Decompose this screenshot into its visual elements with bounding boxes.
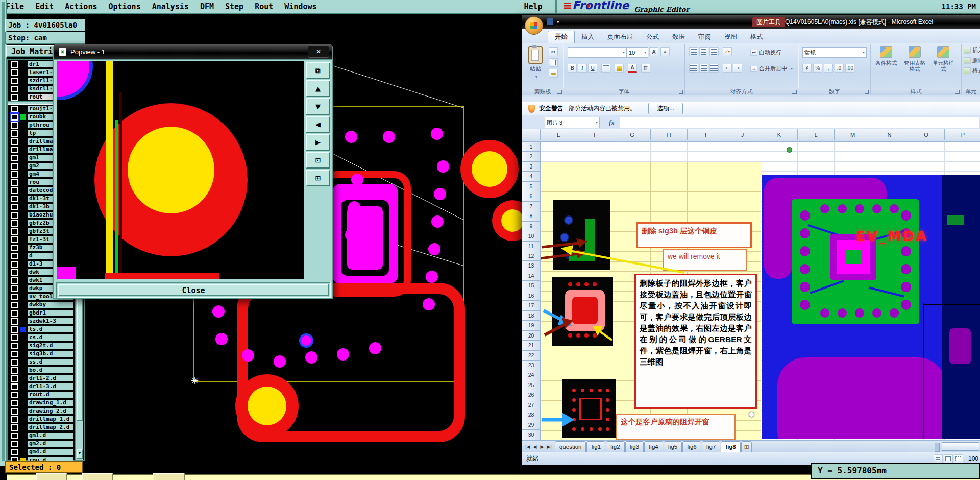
note-box-4[interactable]: 这个是客户原稿的阻焊开窗 — [616, 414, 736, 440]
number-format-icon[interactable]: , — [824, 64, 833, 73]
layer-visibility-checkbox[interactable] — [11, 449, 18, 455]
layer-visibility-checkbox[interactable] — [11, 155, 18, 161]
popview-close-button[interactable]: ✕ — [308, 45, 329, 58]
layer-row[interactable]: gm4.d — [8, 448, 84, 456]
column-header[interactable]: H — [651, 129, 688, 140]
phonetic-icon[interactable]: 拼 — [641, 64, 650, 73]
row-header[interactable]: 9 — [522, 222, 540, 231]
bottom-toolbar-stub[interactable] — [36, 473, 67, 480]
layer-visibility-checkbox[interactable] — [11, 351, 18, 357]
cells-button[interactable]: 删除 — [964, 57, 980, 64]
gerber-picture[interactable]: EV_MDA — [762, 175, 980, 439]
column-header[interactable]: G — [614, 129, 651, 140]
layer-visibility-checkbox[interactable] — [11, 228, 18, 235]
layer-row[interactable]: ts.d — [8, 325, 84, 333]
sheet-tab[interactable]: question — [555, 441, 586, 452]
layer-row[interactable]: gm1.d — [8, 431, 84, 440]
row-header[interactable]: 15 — [522, 281, 540, 291]
shrink-font-icon[interactable]: A — [660, 47, 670, 56]
layer-visibility-checkbox[interactable] — [11, 253, 18, 259]
layer-visibility-checkbox[interactable] — [11, 236, 18, 243]
layer-name[interactable]: drl1-3.d — [28, 383, 74, 390]
row-header[interactable]: 17 — [522, 301, 540, 310]
column-header[interactable]: E — [541, 129, 577, 140]
menu-item[interactable]: DFM — [200, 2, 214, 11]
fx-icon[interactable]: fx — [609, 118, 615, 127]
style-button[interactable]: 单元格样式 — [930, 46, 957, 72]
pcb-image-3[interactable] — [562, 379, 616, 438]
office-button[interactable] — [525, 16, 543, 35]
column-header[interactable]: O — [908, 129, 945, 140]
grid-area[interactable]: 1234567891011121314151617181920212223242… — [522, 142, 980, 440]
ribbon-tab[interactable]: 视图 — [718, 31, 744, 43]
menu-item[interactable]: Edit — [35, 2, 54, 11]
note-box-1[interactable]: 删除 sig3b 层这个铜皮 — [636, 222, 752, 248]
layer-visibility-checkbox[interactable] — [11, 424, 18, 431]
layer-row[interactable]: gm2.d — [8, 440, 84, 448]
layer-visibility-checkbox[interactable] — [11, 416, 18, 423]
menu-item[interactable]: Step — [225, 2, 243, 11]
align-bottom-icon[interactable] — [709, 47, 719, 56]
row-header[interactable]: 29 — [522, 420, 540, 430]
layer-visibility-checkbox[interactable] — [11, 171, 18, 178]
row-header[interactable]: 18 — [522, 311, 540, 321]
layer-visibility-checkbox[interactable] — [11, 408, 18, 415]
row-header[interactable]: 20 — [522, 331, 540, 341]
column-header[interactable]: M — [835, 129, 871, 140]
menu-item[interactable]: Analysis — [152, 2, 189, 11]
format-painter-icon[interactable] — [549, 69, 558, 78]
formula-input[interactable] — [620, 117, 979, 128]
layer-visibility-checkbox[interactable] — [11, 245, 18, 251]
bottom-toolbar-stub[interactable] — [153, 473, 185, 480]
layer-name[interactable]: cs.d — [28, 334, 74, 341]
layer-visibility-checkbox[interactable] — [11, 400, 18, 406]
layer-visibility-checkbox[interactable] — [11, 106, 18, 112]
ribbon-tab[interactable]: 页面布局 — [601, 31, 640, 43]
layer-visibility-checkbox[interactable] — [11, 61, 18, 68]
row-header[interactable]: 28 — [522, 410, 540, 420]
layer-row[interactable]: drl1-2.d — [8, 374, 84, 382]
layer-name[interactable]: ss.d — [28, 358, 74, 366]
copy-icon[interactable] — [549, 58, 558, 67]
column-header[interactable]: I — [688, 129, 724, 140]
row-header[interactable]: 11 — [522, 242, 540, 251]
scroll-down-arrow[interactable]: ▼ — [77, 449, 83, 459]
dialog-launcher-icon[interactable] — [792, 90, 797, 94]
cells-button[interactable]: 插入 — [964, 46, 980, 54]
popview-viewport[interactable] — [57, 61, 304, 279]
number-format-icon[interactable]: ¥ — [802, 64, 812, 73]
row-header[interactable]: 4 — [522, 172, 540, 181]
align-center-icon[interactable] — [699, 64, 708, 73]
layer-name[interactable]: ts.d — [28, 326, 74, 333]
layer-visibility-checkbox[interactable] — [11, 196, 18, 202]
layer-visibility-checkbox[interactable] — [11, 359, 18, 366]
layer-visibility-checkbox[interactable] — [11, 285, 18, 292]
layer-visibility-checkbox[interactable] — [11, 138, 18, 145]
dialog-launcher-icon[interactable] — [557, 90, 562, 94]
layer-visibility-checkbox[interactable] — [11, 220, 18, 227]
column-header[interactable]: L — [798, 129, 835, 140]
layer-visibility-checkbox[interactable] — [11, 392, 18, 398]
row-header[interactable]: 13 — [522, 261, 540, 271]
save-icon[interactable] — [547, 18, 553, 25]
align-middle-icon[interactable] — [699, 47, 708, 56]
pan-down-icon[interactable]: ▼ — [306, 98, 330, 115]
popview-window[interactable]: ✕ Popview - 1 ✕ ⧉ ▲ ▼ — [53, 44, 333, 299]
layer-row[interactable]: drawing_1.d — [8, 399, 84, 407]
number-format-combo[interactable]: 常规▾ — [802, 47, 867, 58]
dialog-launcher-icon[interactable] — [679, 90, 683, 94]
layer-row[interactable]: drl1-3.d — [8, 382, 84, 391]
h-scrollbar[interactable] — [942, 442, 979, 451]
layer-name[interactable]: gm4.d — [28, 448, 74, 455]
fill-color-icon[interactable] — [615, 64, 624, 73]
row-header[interactable]: 12 — [522, 251, 540, 261]
sheet-tab[interactable]: fig3 — [625, 441, 644, 452]
layer-visibility-checkbox[interactable] — [11, 375, 18, 382]
layer-visibility-checkbox[interactable] — [11, 269, 18, 276]
insert-sheet-tab[interactable]: ⊞ — [741, 441, 752, 452]
decrease-indent-icon[interactable]: ⇤ — [723, 64, 732, 73]
row-header[interactable]: 30 — [522, 430, 540, 440]
layer-name[interactable]: gbdr1 — [28, 309, 74, 317]
ribbon-tab[interactable]: 开始 — [548, 31, 575, 43]
row-header[interactable]: 8 — [522, 211, 540, 221]
